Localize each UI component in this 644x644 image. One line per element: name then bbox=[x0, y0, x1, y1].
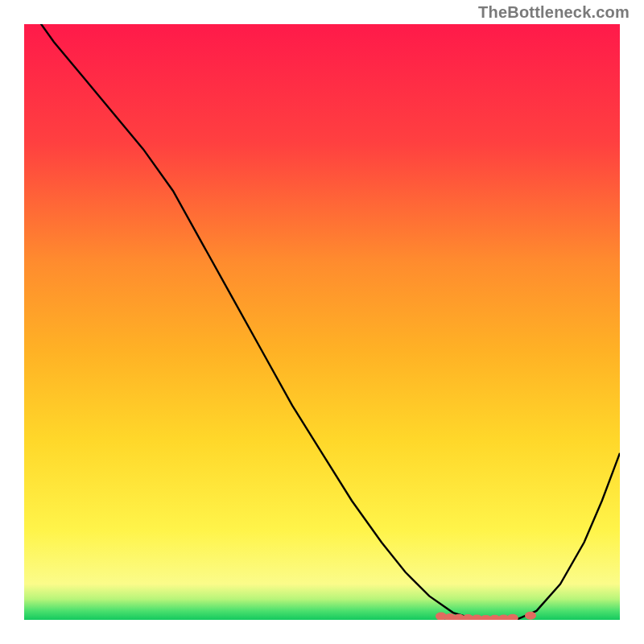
watermark-text: TheBottleneck.com bbox=[478, 3, 630, 22]
optimal-marker bbox=[525, 612, 536, 620]
chart-svg bbox=[24, 24, 620, 620]
bottleneck-chart bbox=[24, 24, 620, 620]
